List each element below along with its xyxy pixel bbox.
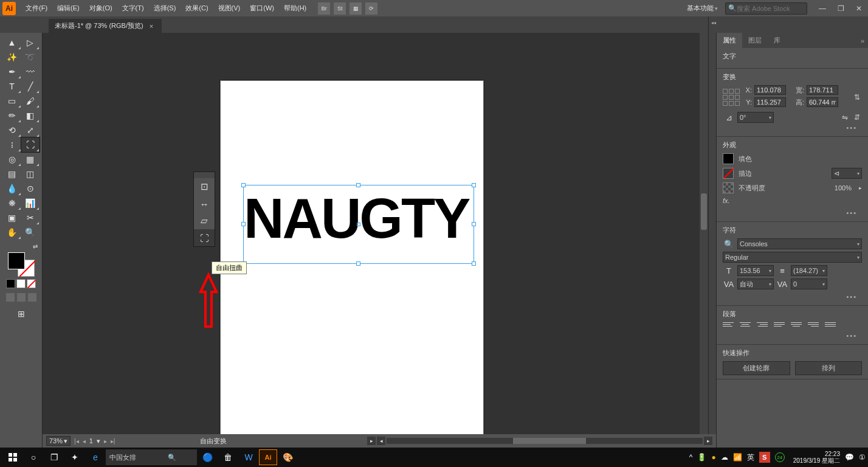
color-mode[interactable] [6,279,15,288]
character-more[interactable]: ••• [723,292,862,302]
minimize-icon[interactable]: — [816,4,829,13]
opacity-value[interactable]: 100% [835,184,852,192]
artboard-tool[interactable]: ▣ [3,210,21,225]
tray-icon-3[interactable]: ☁ [721,453,728,462]
mesh-tool[interactable]: ▤ [3,167,21,181]
transform-more[interactable]: ••• [723,123,862,133]
shape-builder-tool[interactable]: ◎ [3,152,21,167]
ime-icon[interactable]: S [759,452,770,463]
kerning[interactable]: 自动▾ [737,278,774,289]
justify-right[interactable] [808,322,819,331]
stroke-weight[interactable]: ⊲▾ [832,168,862,179]
workspace-switcher[interactable]: 基本功能▾ [683,4,722,13]
document-tab[interactable]: 未标题-1* @ 73% (RGB/预览) × [49,19,162,33]
gradient-mode[interactable] [16,279,26,288]
search-font-icon[interactable]: 🔍 [723,240,735,249]
menu-window[interactable]: 窗口(W) [245,0,279,16]
taskbar-search-input[interactable] [109,454,164,461]
screen-mode-2[interactable] [17,293,26,302]
tab-properties[interactable]: 属性 [717,33,742,48]
hscroll-end[interactable]: ▸ [704,437,712,445]
edit-toolbar[interactable]: ⊞ [12,306,30,321]
symbol-sprayer-tool[interactable]: ❋ [3,196,21,210]
close-icon[interactable]: ✕ [852,4,866,13]
reference-point[interactable] [723,89,740,106]
app-icon-2[interactable]: 🔵 [197,449,218,466]
scale-tool[interactable]: ⤢ [21,123,40,137]
fill-stroke-swatches[interactable]: ⇄ ⊞ [5,243,38,321]
constrain-icon[interactable]: ⊡ [194,178,215,195]
none-mode[interactable] [27,279,36,288]
tray-chevron-icon[interactable]: ^ [689,453,693,462]
eyedropper-tool[interactable]: 💧 [3,181,21,196]
link-wh-icon[interactable]: ⇅ [852,92,862,102]
ime-lang[interactable]: 英 [747,452,754,463]
taskbar-search-icon[interactable]: 🔍 [168,454,176,462]
start-button[interactable] [2,449,23,466]
align-right[interactable] [757,322,768,331]
font-family[interactable]: Consoles▾ [737,238,862,249]
screen-mode-1[interactable] [6,293,15,302]
stroke-color[interactable] [723,168,734,179]
menu-select[interactable]: 选择(S) [149,0,181,16]
lasso-tool[interactable]: ➰ [21,50,40,64]
width-tool[interactable]: ⫶ [3,137,21,152]
free-distort-icon[interactable]: ⛶ [194,229,215,246]
arrange-button[interactable]: 排列 [795,361,863,375]
paintbrush-tool[interactable]: 🖌 [21,94,40,108]
panel-collapse[interactable]: ◂◂ [708,16,716,434]
wifi-icon[interactable]: 📶 [733,453,742,462]
h-input[interactable] [807,97,838,107]
free-transform-tool[interactable]: ⛶ [21,137,40,152]
eraser-tool[interactable]: ◧ [21,108,40,123]
fill-swatch[interactable] [8,252,25,269]
menu-view[interactable]: 视图(V) [213,0,246,16]
vscrollbar[interactable] [700,33,708,434]
pen-tool[interactable]: ✒ [3,64,21,79]
rotate-tool[interactable]: ⟲ [3,123,21,137]
font-size[interactable]: 153.56▾ [737,265,774,276]
close-tab-icon[interactable]: × [150,22,153,30]
tray-icon-2[interactable]: ● [711,453,715,462]
search-input[interactable] [737,5,804,12]
flip-v-icon[interactable]: ⇵ [852,112,862,122]
perspective-distort-icon[interactable]: ▱ [194,212,215,229]
appearance-more[interactable]: ••• [723,208,862,218]
hscroll-left[interactable]: ▸ [367,437,376,445]
leading[interactable]: (184.27)▾ [791,265,827,276]
last-artboard[interactable]: ▸| [111,438,115,445]
justify-left[interactable] [774,322,785,331]
font-style[interactable]: Regular▾ [723,252,862,263]
artboard-number[interactable]: 1 [89,437,93,445]
illustrator-taskbar-icon[interactable]: Ai [259,449,277,465]
flip-h-icon[interactable]: ⇋ [840,112,850,122]
panel-menu-icon[interactable]: » [857,37,868,44]
type-tool[interactable]: T [3,79,21,94]
rectangle-tool[interactable]: ▭ [3,94,21,108]
menu-object[interactable]: 对象(O) [84,0,117,16]
app-icon-3[interactable]: 🗑 [218,449,238,466]
arrange-docs-icon[interactable]: ▦ [350,2,362,15]
magic-wand-tool[interactable]: ✨ [3,50,21,64]
direct-selection-tool[interactable]: ▷ [21,35,40,50]
tray-extra-icon[interactable]: ① [859,453,866,462]
edge-icon[interactable]: e [85,449,106,466]
bridge-icon[interactable]: Br [318,2,330,15]
free-transform-icon[interactable]: ↔ [194,195,215,212]
prev-artboard[interactable]: ◂ [83,438,86,445]
paint-icon[interactable]: 🎨 [277,449,298,466]
selection-tool[interactable]: ▲ [3,35,21,50]
free-transform-flyout[interactable]: ⊡ ↔ ▱ ⛶ [193,171,215,247]
next-artboard[interactable]: ▸ [104,438,107,445]
create-outlines-button[interactable]: 创建轮廓 [723,361,790,375]
shaper-tool[interactable]: ✏ [3,108,21,123]
slice-tool[interactable]: ✂ [21,210,40,225]
hscrollbar[interactable] [387,438,703,444]
fill-color[interactable] [723,153,734,164]
tracking[interactable]: 0▾ [791,278,827,289]
wps-icon[interactable]: W [238,449,259,466]
clock[interactable]: 22:23 2019/3/19 星期二 [793,451,840,464]
line-tool[interactable]: ╱ [21,79,40,94]
tab-libraries[interactable]: 库 [768,33,787,48]
search-stock[interactable]: 🔍 [725,2,807,15]
